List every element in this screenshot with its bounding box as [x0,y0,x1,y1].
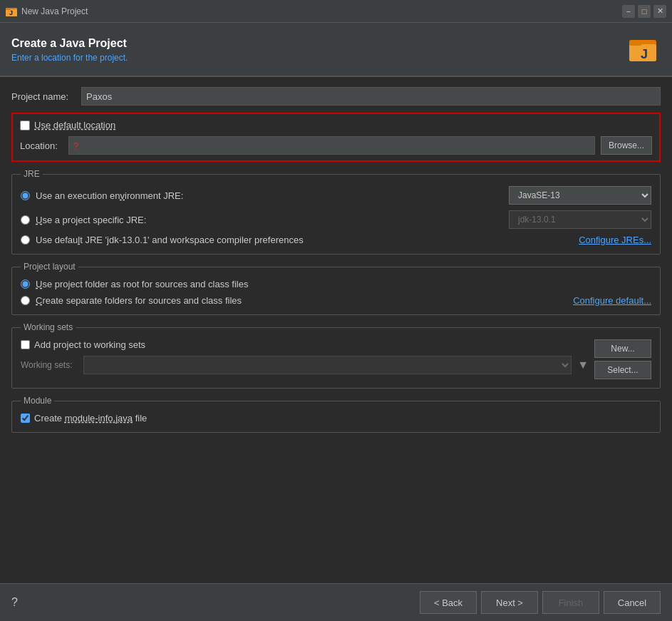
working-sets-content: Add project to working sets Working sets… [21,339,651,379]
svg-text:J: J [641,47,648,61]
cancel-button[interactable]: Cancel [604,591,661,614]
app-icon: J [6,6,17,17]
dialog-footer: ? < Back Next > Finish Cancel [0,583,672,621]
layout-option2-label[interactable]: Create separate folders for sources and … [36,295,567,306]
configure-default-link[interactable]: Configure default... [573,295,651,306]
layout-option1-row: Use project folder as root for sources a… [21,279,651,289]
layout-option1-radio[interactable] [21,279,30,289]
add-working-sets-label[interactable]: Add project to working sets [21,339,589,350]
dialog-subtitle: Enter a location for the project. [11,53,128,63]
add-working-sets-row: Add project to working sets [21,339,589,350]
jre-option2-label[interactable]: Use a project specific JRE: [36,215,503,225]
create-module-checkbox[interactable] [21,414,30,423]
layout-option2-radio[interactable] [21,296,30,305]
dialog: Create a Java Project Enter a location f… [0,23,672,621]
close-button[interactable]: ✕ [653,5,666,18]
next-button[interactable]: Next > [481,591,538,614]
back-button[interactable]: < Back [420,591,477,614]
jre-option3-row: Use default JRE 'jdk-13.0.1' and workspa… [21,235,651,245]
minimize-button[interactable]: − [622,5,635,18]
configure-jres-link[interactable]: Configure JREs... [579,235,651,245]
dialog-header: Create a Java Project Enter a location f… [0,23,672,76]
working-sets-select-row: Working sets: ▼ [21,356,589,374]
jre-option1-row: Use an execution environment JRE: JavaSE… [21,186,651,205]
footer-buttons: < Back Next > Finish Cancel [420,591,661,614]
module-legend: Module [21,396,54,406]
location-label: Location: [20,140,63,151]
use-default-row: Use default location [20,120,652,130]
working-sets-left: Add project to working sets Working sets… [21,339,589,374]
wizard-icon: J [626,33,661,67]
svg-text:J: J [9,9,13,16]
module-section: Module Create module-info.java file [11,396,661,433]
working-sets-section: Working sets Add project to working sets… [11,322,661,389]
create-module-label[interactable]: Create module-info.java file [21,413,147,424]
finish-button[interactable]: Finish [542,591,599,614]
window-title: New Java Project [21,6,622,16]
jre-option2-radio[interactable] [21,215,30,225]
project-name-row: Project name: [11,87,661,106]
jre-option1-radio[interactable] [21,191,30,200]
select-working-set-button[interactable]: Select... [594,361,651,379]
new-working-set-button[interactable]: New... [594,339,651,358]
help-icon[interactable]: ? [11,596,18,609]
jre-option2-row: Use a project specific JRE: jdk-13.0.1 [21,210,651,229]
use-default-label[interactable]: Use default location [20,120,115,130]
working-sets-legend: Working sets [21,322,76,332]
jre-legend: JRE [21,169,43,179]
maximize-button[interactable]: □ [638,5,651,18]
module-label-text: Create module-info.java file [34,413,147,424]
use-default-checkbox[interactable] [20,120,30,130]
layout-option1-label[interactable]: Use project folder as root for sources a… [36,279,651,289]
dialog-title: Create a Java Project [11,37,128,50]
jre-environment-select[interactable]: JavaSE-13 [509,186,651,205]
svg-rect-6 [629,40,642,46]
header-text: Create a Java Project Enter a location f… [11,37,128,63]
add-working-sets-checkbox[interactable] [21,340,30,349]
window-controls: − □ ✕ [622,5,666,18]
project-layout-section: Project layout Use project folder as roo… [11,262,661,315]
jre-option3-radio[interactable] [21,235,30,245]
working-sets-label: Working sets: [21,360,78,370]
location-row: Location: Browse... [20,136,652,155]
jre-section: JRE Use an execution environment JRE: Ja… [11,169,661,255]
create-module-row: Create module-info.java file [21,413,651,424]
layout-legend: Project layout [21,262,78,272]
dropdown-arrow-icon: ▼ [577,359,589,371]
title-bar: J New Java Project − □ ✕ [0,0,672,23]
jre-option1-label[interactable]: Use an execution environment JRE: [36,190,503,201]
location-section: Use default location Location: Browse... [11,113,661,162]
browse-button[interactable]: Browse... [601,136,652,155]
location-input[interactable] [68,136,595,155]
jre-option3-label[interactable]: Use default JRE 'jdk-13.0.1' and workspa… [36,235,573,245]
layout-option2-row: Create separate folders for sources and … [21,295,651,306]
dialog-body: Project name: Use default location Locat… [0,77,672,583]
jre-specific-select[interactable]: jdk-13.0.1 [509,210,651,229]
project-name-label: Project name: [11,91,76,102]
working-sets-buttons: New... Select... [594,339,651,379]
working-sets-dropdown[interactable] [83,356,572,374]
project-name-input[interactable] [81,87,661,106]
